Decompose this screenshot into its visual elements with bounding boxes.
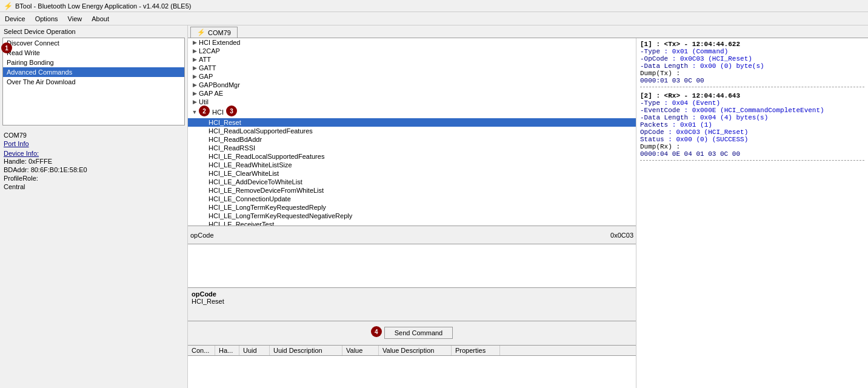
left-bottom-info: COM79 Port Info Device Info: Handle: 0xF… [0, 129, 187, 193]
menu-about[interactable]: About [87, 14, 114, 24]
content-area: ▶HCI Extended▶L2CAP▶ATT▶GATT▶GAP▶GAPBond… [188, 38, 868, 388]
opcode-input-value: 0x0C03 [610, 232, 633, 239]
log-field-row: -Data Length : 0x04 (4) bytes(s) [640, 114, 864, 121]
tree-expand-icon: ▶ [190, 73, 199, 79]
tree-node[interactable]: ▶HCI Extended [188, 38, 636, 47]
tree-node-label: GAP AE [199, 90, 223, 97]
send-command-button[interactable]: Send Command [384, 327, 453, 339]
tree-node-label: HCI_ReadLocalSupportedFeatures [209, 127, 313, 135]
table-col-ha: Ha... [215, 346, 239, 355]
com79-tab[interactable]: ⚡ COM79 [190, 27, 238, 38]
log-separator [640, 160, 864, 161]
right-panel: ⚡ COM79 ▶HCI Extended▶L2CAP▶ATT▶GATT▶GAP… [188, 25, 868, 388]
tree-node-label: HCI_LE_RemoveDeviceFromWhiteList [209, 187, 324, 194]
log-field-value: : 0x0C03 (HCI_Reset) [668, 55, 752, 62]
menu-view[interactable]: View [63, 14, 87, 24]
bdaddr-info: BDAddr: 80:6F:B0:1E:58:E0 [4, 166, 184, 174]
tree-node[interactable]: ▶Util [188, 98, 636, 106]
left-panel: Select Device Operation 1 Discover Conne… [0, 25, 188, 388]
tree-node[interactable]: HCI_LE_AddDeviceToWhiteList [188, 178, 636, 186]
opcode-result-area: opCode HCI_Reset [188, 288, 636, 321]
opcode-input-label: opCode [190, 232, 214, 239]
log-field-value: : 0x01 (1) [668, 121, 712, 129]
log-field-row: -OpCode : 0x0C03 (HCI_Reset) [640, 55, 864, 62]
tree-node[interactable]: HCI_ReadRSSI [188, 144, 636, 152]
tree-node[interactable]: HCI_LE_ReceiverTest [188, 220, 636, 226]
profile-role-label: ProfileRole: [4, 174, 184, 182]
log-field-name: -Data Length [640, 62, 688, 70]
menu-options[interactable]: Options [30, 14, 63, 24]
table-col-value: Value [342, 346, 379, 355]
list-item-discover[interactable]: Discover Connect [3, 38, 184, 48]
tree-node-label: HCI_LE_ConnectionUpdate [209, 195, 291, 202]
main-layout: Select Device Operation 1 Discover Conne… [0, 25, 868, 388]
tree-node-label: HCI Extended [199, 39, 240, 46]
tree-node[interactable]: HCI_LE_ConnectionUpdate [188, 195, 636, 203]
log-field-value: : 0x04 (Event) [660, 99, 720, 107]
tree-node-label: Util [199, 98, 209, 105]
tree-node-label: GATT [199, 64, 216, 72]
log-entry-header: [1] : <Tx> - 12:04:44.622 [640, 41, 864, 48]
tree-node-label: L2CAP [199, 47, 220, 55]
log-field-row: -EventCode : 0x000E (HCI_CommandComplete… [640, 107, 864, 114]
tree-node[interactable]: ▶L2CAP [188, 47, 636, 55]
tree-node[interactable]: HCI_Reset [188, 118, 636, 127]
profile-role-value: Central [4, 182, 184, 191]
tree-node-label: HCI_Reset [209, 119, 241, 126]
tree-node-label: HCI_LE_LongTermKeyRequestedNegativeReply [209, 212, 352, 219]
tree-node[interactable]: HCI_ReadBdAddr [188, 135, 636, 144]
list-item-pairing[interactable]: Pairing Bonding [3, 58, 184, 67]
tree-expand-icon: ▶ [190, 48, 199, 54]
tree-node[interactable]: ▶GAP [188, 72, 636, 81]
tree-node[interactable]: HCI_LE_ReadLocalSupportedFeatures [188, 152, 636, 161]
log-field-name: -OpCode [640, 55, 668, 62]
device-ops-list: Discover Connect Read Write Pairing Bond… [2, 38, 185, 125]
tree-node-label: HCI_LE_LongTermKeyRequestedReply [209, 204, 326, 211]
tree-node[interactable]: HCI_LE_ReadWhiteListSize [188, 161, 636, 169]
list-item-ota[interactable]: Over The Air Download [3, 77, 184, 87]
tree-node-label: HCI_LE_ReadLocalSupportedFeatures [209, 153, 324, 160]
tree-node-label: HCI_ReadRSSI [209, 144, 255, 152]
log-field-value: : 0x01 (Command) [660, 48, 728, 55]
tree-node[interactable]: HCI_ReadLocalSupportedFeatures [188, 127, 636, 135]
list-item-advanced[interactable]: Advanced Commands [3, 67, 184, 77]
tree-node[interactable]: HCI_LE_LongTermKeyRequestedNegativeReply [188, 212, 636, 220]
com-port: COM79 [4, 132, 184, 139]
tree-expand-icon: ▶ [190, 56, 199, 62]
device-info-link[interactable]: Device Info: [4, 150, 184, 157]
log-field-row: Packets : 0x01 (1) [640, 121, 864, 129]
opcode-result-value: HCI_Reset [192, 298, 632, 305]
menu-device[interactable]: Device [0, 14, 30, 24]
table-col-props: Properties [452, 346, 500, 355]
badge-2: 2 [199, 105, 210, 116]
tree-node[interactable]: ▶GAPBondMgr [188, 81, 636, 89]
tree-node[interactable]: ▶GAP AE [188, 89, 636, 98]
tree-node-label: HCI_LE_ReceiverTest [209, 221, 274, 226]
tree-expand-icon: ▶ [190, 82, 199, 88]
list-item-readwrite[interactable]: Read Write [3, 48, 184, 58]
tree-expand-icon: ▶ [190, 65, 199, 71]
tree-node-label: HCI_ReadBdAddr [209, 136, 262, 143]
opcode-result-label: opCode [192, 290, 632, 298]
log-dump-label: Dump(Tx) : [640, 70, 864, 77]
log-field-row: -Data Length : 0x00 (0) byte(s) [640, 62, 864, 70]
device-ops-label: Select Device Operation [0, 25, 187, 38]
tree-node[interactable]: ▶ATT [188, 55, 636, 64]
tree-node[interactable]: HCI_LE_LongTermKeyRequestedReply [188, 203, 636, 212]
log-field-value: : 0x00 (0) (SUCCESS) [664, 136, 749, 143]
log-field-row: -Type : 0x04 (Event) [640, 99, 864, 107]
title-text: BTool - Bluetooth Low Energy Application… [15, 2, 191, 10]
tree-node[interactable]: ▶GATT [188, 64, 636, 72]
log-field-row: OpCode : 0x0C03 (HCI_Reset) [640, 129, 864, 136]
tree-expand-icon: ▶ [190, 99, 199, 105]
tree-node[interactable]: HCI_LE_ClearWhiteList [188, 169, 636, 178]
tree-node[interactable]: HCI_LE_RemoveDeviceFromWhiteList [188, 186, 636, 195]
tab-label: COM79 [208, 29, 231, 36]
table-col-uuid-desc: Uuid Description [270, 346, 342, 355]
badge-1: 1 [1, 42, 12, 53]
log-field-name: Status [640, 136, 664, 143]
table-col-uuid: Uuid [239, 346, 270, 355]
tree-node[interactable]: ▼2HCI3 [188, 106, 636, 118]
table-col-value-desc: Value Description [379, 346, 452, 355]
port-info-link[interactable]: Port Info [4, 140, 184, 147]
